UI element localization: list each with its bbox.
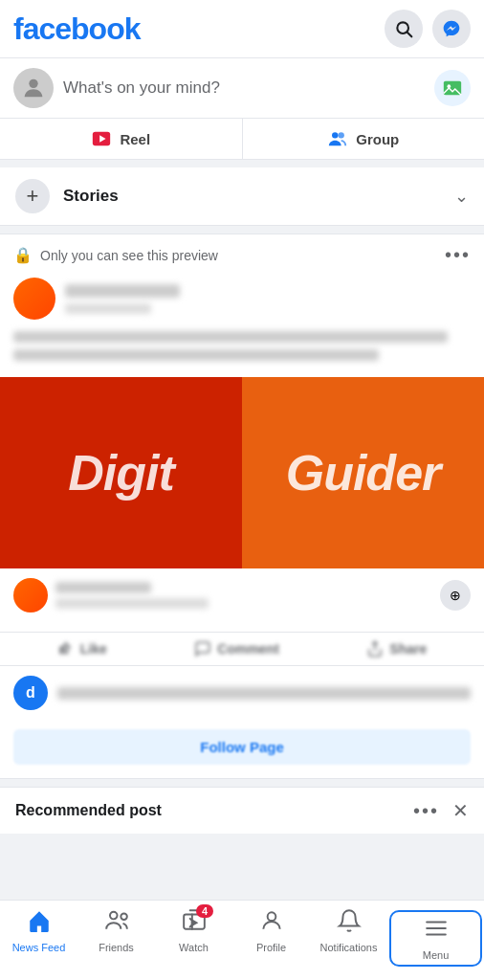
author-follow-button[interactable]: ⊕ [440,580,471,611]
reaction-row: Like Comment Share [0,632,484,666]
post-user-name [65,284,180,298]
digit-section: Digit [0,377,242,568]
guider-section: Guider [242,377,484,568]
search-button[interactable] [385,10,423,48]
nav-label-watch: Watch [179,942,209,953]
menu-icon [424,916,449,947]
author-meta [55,598,209,609]
stories-chevron[interactable]: ⌄ [454,186,469,207]
stories-row: + Stories ⌄ [0,167,484,226]
header-icons [385,10,471,48]
follow-page-btn-row: Follow Page [0,720,484,778]
header: facebook [0,0,484,58]
nav-label-menu: Menu [423,949,450,961]
post-text-line-1 [13,331,448,343]
post-user-meta [65,303,151,314]
post-text-line-2 [13,349,379,361]
banner-actions: ••• ✕ [413,799,469,822]
nav-label-profile: Profile [256,942,286,953]
comment-label: Comment [217,641,279,657]
action-row: Reel Group [0,119,484,160]
nav-label-notifications: Notifications [320,942,378,953]
author-name [55,582,151,593]
group-button[interactable]: Group [243,119,485,159]
reel-label: Reel [120,131,150,147]
post-card: 🔒 Only you can see this preview ••• Digi… [0,234,484,779]
post-text [0,327,484,377]
stories-left: + Stories [15,179,119,213]
svg-point-13 [267,912,275,921]
add-story-button[interactable]: + [15,179,50,213]
friends-icon [104,908,129,939]
privacy-info: 🔒 Only you can see this preview [13,246,218,264]
svg-point-2 [29,79,37,88]
privacy-text: Only you can see this preview [40,248,218,263]
facebook-logo: facebook [13,11,140,47]
user-avatar [13,68,54,108]
like-icon [57,640,75,657]
nav-item-friends[interactable]: Friends [77,908,155,969]
author-info [55,582,432,609]
profile-icon [259,908,284,939]
group-icon [327,128,348,149]
digit-guider-banner: Digit Guider [0,377,484,568]
home-icon [27,908,52,939]
comment-icon [194,640,211,657]
svg-marker-12 [190,919,198,927]
nav-item-profile[interactable]: Profile [232,908,310,969]
create-post-bar: What's on your mind? [0,58,484,119]
group-label: Group [356,131,399,147]
messenger-button[interactable] [432,10,471,48]
lock-icon: 🔒 [13,246,33,264]
recommended-banner: Recommended post ••• ✕ [0,787,484,834]
recommended-close-button[interactable]: ✕ [452,799,469,822]
share-label: Share [389,641,427,657]
post-image: Digit Guider [0,377,484,568]
post-user-avatar [13,278,55,320]
nav-item-notifications[interactable]: Notifications [310,908,387,969]
post-user-row [0,272,484,327]
follow-page-row: d [0,666,484,720]
like-button[interactable]: Like [57,640,107,657]
nav-item-menu[interactable]: Menu [389,910,482,967]
share-icon [366,640,384,657]
nav-label-news-feed: News Feed [12,942,66,953]
user-icon [20,75,47,101]
notifications-icon [337,908,362,939]
svg-point-10 [109,912,117,920]
nav-item-watch[interactable]: 4 Watch [155,908,232,969]
add-photo-button[interactable] [434,70,471,106]
svg-point-7 [332,132,338,138]
follow-page-text [57,687,471,700]
like-label: Like [80,641,107,657]
nav-item-news-feed[interactable]: News Feed [0,908,77,969]
share-button[interactable]: Share [366,640,427,657]
follow-page-button[interactable]: Follow Page [13,729,471,765]
follow-page-avatar: d [13,676,48,710]
reel-button[interactable]: Reel [0,119,243,159]
post-user-info [65,284,471,314]
svg-line-1 [407,33,412,37]
post-footer: ⊕ [0,568,484,632]
post-privacy-bar: 🔒 Only you can see this preview ••• [0,234,484,272]
bottom-nav: News Feed Friends 4 Watch [0,900,484,980]
watch-badge: 4 [196,904,213,918]
plus-icon: + [27,184,39,209]
stories-label: Stories [63,187,119,206]
recommended-label: Recommended post [15,802,162,819]
svg-point-8 [339,132,344,138]
reel-icon [91,128,112,149]
author-avatar [13,578,48,612]
recommended-options-button[interactable]: ••• [413,800,439,822]
guider-text: Guider [286,444,441,501]
post-author-row: ⊕ [13,578,471,612]
post-options-button[interactable]: ••• [445,244,471,266]
digit-text: Digit [68,444,174,501]
comment-button[interactable]: Comment [194,640,279,657]
post-placeholder[interactable]: What's on your mind? [63,78,425,98]
nav-label-friends: Friends [99,942,134,953]
